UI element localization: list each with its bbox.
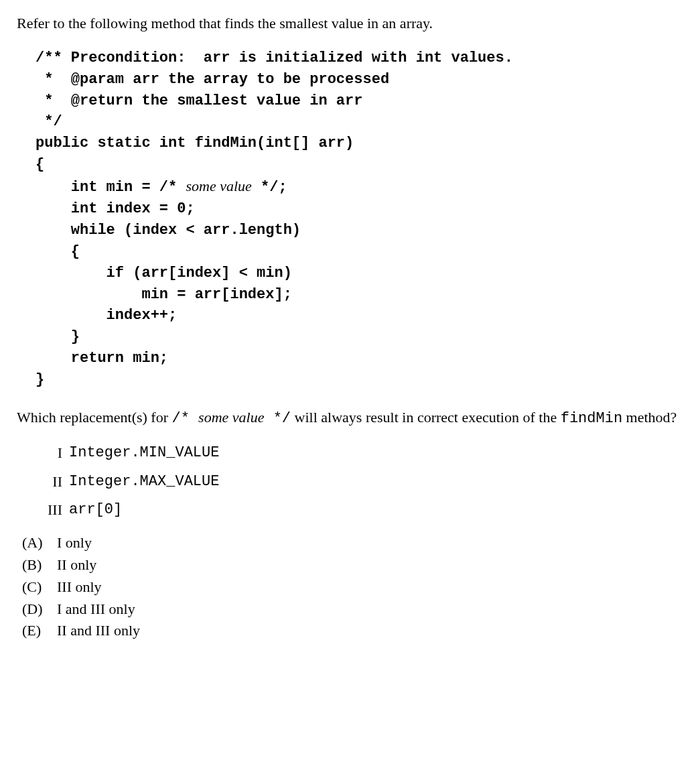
roman-label: II	[31, 472, 69, 493]
code-line-part: int min = /*	[36, 179, 186, 196]
answer-a: (A) I only	[22, 533, 683, 554]
code-line: */	[36, 113, 62, 130]
answer-c: (C) III only	[22, 577, 683, 598]
question-part: method?	[622, 409, 677, 426]
question-code: */	[264, 410, 291, 427]
roman-item-i: I Integer.MIN_VALUE	[31, 443, 683, 464]
answer-content: I and III only	[57, 599, 135, 620]
answer-list: (A) I only (B) II only (C) III only (D) …	[22, 533, 683, 641]
answer-content: III only	[57, 577, 102, 598]
code-line: }	[36, 371, 44, 388]
question-italic: some value	[198, 409, 264, 426]
question-code: /*	[172, 410, 199, 427]
roman-content: Integer.MIN_VALUE	[69, 443, 219, 464]
answer-label: (D)	[22, 599, 57, 620]
code-line: * @return the smallest value in arr	[36, 92, 362, 109]
roman-item-ii: II Integer.MAX_VALUE	[31, 472, 683, 493]
intro-text: Refer to the following method that finds…	[17, 13, 683, 34]
answer-label: (B)	[22, 555, 57, 576]
question-part: Which replacement(s) for	[17, 409, 172, 426]
code-line: index++;	[36, 307, 177, 324]
code-line: return min;	[36, 350, 168, 367]
answer-content: II and III only	[57, 621, 140, 641]
answer-e: (E) II and III only	[22, 621, 683, 641]
question-text: Which replacement(s) for /* some value *…	[17, 407, 683, 430]
code-line: * @param arr the array to be processed	[36, 71, 389, 88]
roman-content: Integer.MAX_VALUE	[69, 472, 219, 493]
answer-label: (A)	[22, 533, 57, 554]
question-part: will always result in correct execu	[291, 409, 496, 426]
answer-label: (E)	[22, 621, 57, 641]
roman-list: I Integer.MIN_VALUE II Integer.MAX_VALUE…	[31, 443, 683, 521]
code-block: /** Precondition: arr is initialized wit…	[36, 48, 683, 391]
code-line-part: */;	[252, 179, 287, 196]
roman-label: I	[31, 443, 69, 464]
code-line: {	[36, 156, 44, 173]
answer-content: I only	[57, 533, 92, 554]
code-line: int index = 0;	[36, 200, 195, 217]
roman-item-iii: III arr[0]	[31, 500, 683, 521]
question-code: findMin	[561, 410, 622, 427]
answer-content: II only	[57, 555, 96, 576]
code-line: while (index < arr.length)	[36, 222, 301, 239]
answer-d: (D) I and III only	[22, 599, 683, 620]
roman-content: arr[0]	[69, 500, 122, 521]
question-part: tion of the	[496, 409, 561, 426]
answer-b: (B) II only	[22, 555, 683, 576]
roman-label: III	[31, 500, 69, 521]
code-line: /** Precondition: arr is initialized wit…	[36, 50, 513, 66]
code-line: }	[36, 328, 80, 345]
code-line: if (arr[index] < min)	[36, 265, 292, 281]
code-italic: some value	[186, 178, 251, 194]
answer-label: (C)	[22, 577, 57, 598]
code-line: public static int findMin(int[] arr)	[36, 135, 354, 151]
code-line: {	[36, 243, 80, 260]
code-line: min = arr[index];	[36, 286, 292, 303]
